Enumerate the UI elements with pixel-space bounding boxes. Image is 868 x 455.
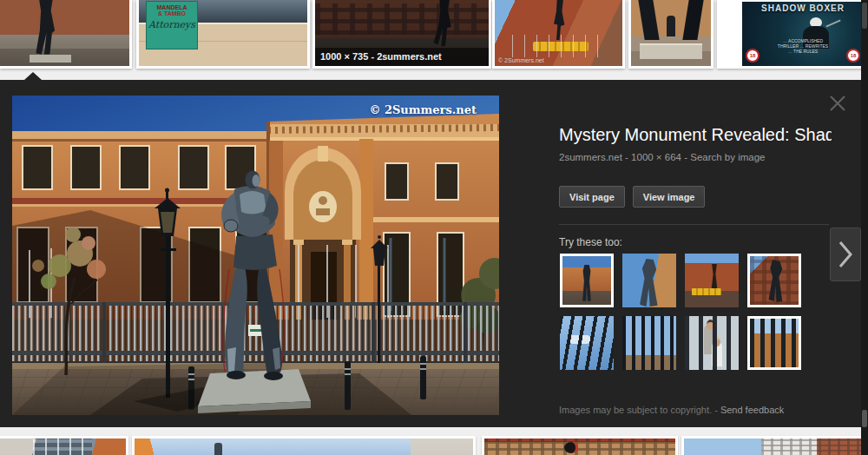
search-by-image-link[interactable]: Search by image (690, 152, 765, 162)
related-thumbnail-2[interactable] (622, 254, 676, 307)
result-thumbnail-statue-legs[interactable] (0, 0, 132, 69)
plinth-shape (30, 55, 71, 63)
related-thumbnail-8[interactable] (747, 316, 801, 370)
close-icon (828, 94, 847, 113)
result-meta-line: 2summers.net - 1000 × 664 - Search by im… (559, 152, 766, 162)
dvd-quote-3: … THE RULES (742, 49, 864, 54)
pole-texture (685, 316, 739, 370)
preview-image[interactable]: © 2Summers.net (12, 96, 499, 415)
window-texture (761, 439, 868, 455)
chevron-right-icon (837, 237, 854, 272)
sign-line-2: & TAMBO (147, 10, 197, 16)
window-texture (33, 439, 92, 455)
result-thumbnail-between-statue-legs[interactable] (628, 0, 713, 69)
result-thumbnail-bottom-3[interactable] (482, 436, 678, 455)
scrollbar-thumb[interactable] (862, 3, 867, 29)
result-thumbnail-mandela-tambo-sign[interactable]: MANDELA & TAMBO Attorneys (136, 0, 310, 69)
round-sign-shape (564, 442, 578, 453)
visit-page-button[interactable]: Visit page (559, 186, 625, 208)
action-buttons: Visit page View image (559, 186, 705, 208)
result-thumbnail-bottom-1[interactable] (0, 436, 128, 455)
age-rating-badge: 18 (846, 49, 860, 63)
orange-wedge (135, 439, 166, 455)
google-images-results-page: MANDELA & TAMBO Attorneys 1000 × 735 - 2… (0, 0, 868, 455)
separator: - (712, 405, 720, 415)
result-thumbnail-yellow-chairs[interactable]: © 2Summers.net (492, 0, 625, 69)
result-title-link[interactable]: Mystery Monument Revealed: Shado… (559, 125, 832, 145)
send-feedback-link[interactable]: Send feedback (720, 405, 784, 415)
dvd-cover: SHADOW BOXER … ACCOMPLISHED THRILLER … R… (742, 2, 864, 66)
result-dimensions: 1000 × 664 (631, 152, 681, 162)
view-image-button[interactable]: View image (633, 186, 706, 208)
result-thumbnail-bottom-4[interactable] (681, 436, 868, 455)
monument-photo (12, 96, 499, 415)
image-preview-panel: © 2Summers.net Mystery Monument Revealed… (0, 80, 868, 427)
related-thumbnail-7[interactable] (685, 316, 739, 370)
selected-thumbnail-pointer (24, 72, 42, 80)
palisade-fence (12, 302, 499, 365)
separator: - (622, 152, 631, 162)
window-texture (484, 439, 675, 455)
result-domain: 2summers.net (559, 152, 622, 162)
statue-silhouette (214, 443, 222, 455)
yellow-chairs-shape (692, 288, 721, 295)
related-thumbnail-4[interactable] (747, 254, 801, 307)
copyright-row: Images may be subject to copyright. - Se… (559, 405, 784, 415)
attorneys-sign: MANDELA & TAMBO Attorneys (146, 1, 198, 49)
person-shape (667, 16, 675, 36)
pole-texture (512, 35, 608, 57)
building-shape (411, 439, 473, 455)
plinth-shape (640, 43, 702, 59)
thumb-art (685, 254, 739, 307)
age-rating-badge: 18 (746, 49, 760, 63)
divider (559, 224, 829, 225)
pole-texture (750, 319, 799, 367)
pole-texture (622, 316, 676, 370)
dvd-gun-shape (825, 19, 840, 27)
scrollbar-track[interactable] (861, 0, 868, 455)
related-thumbnail-3[interactable] (685, 254, 739, 307)
copyright-notice: Images may be subject to copyright. (559, 405, 712, 415)
result-thumbnail-bottom-2[interactable] (132, 436, 476, 455)
thumbnail-dimensions-caption: 1000 × 735 - 2summers.net (315, 48, 489, 66)
thumb-watermark: © 2Summers.net (498, 57, 544, 63)
separator: - (681, 152, 690, 162)
next-image-button[interactable] (830, 228, 861, 281)
related-thumbnail-1[interactable] (560, 254, 614, 307)
try-these-too-label: Try these too: (559, 236, 622, 248)
close-button[interactable] (824, 90, 852, 118)
dvd-title: SHADOW BOXER (742, 3, 864, 13)
photo-watermark: © 2Summers.net (369, 103, 477, 116)
scrollbar-element[interactable] (862, 410, 867, 427)
sign-line-1: MANDELA (147, 4, 197, 10)
result-thumbnail-street-corner-selected[interactable]: 1000 × 735 - 2summers.net (312, 0, 491, 69)
related-thumbnail-6[interactable] (622, 316, 676, 370)
result-thumbnail-shadow-boxer-dvd[interactable]: SHADOW BOXER … ACCOMPLISHED THRILLER … R… (717, 0, 868, 69)
related-thumbnail-5[interactable] (560, 316, 614, 370)
sign-line-3: Attorneys (147, 19, 197, 30)
pole-texture (560, 316, 614, 370)
